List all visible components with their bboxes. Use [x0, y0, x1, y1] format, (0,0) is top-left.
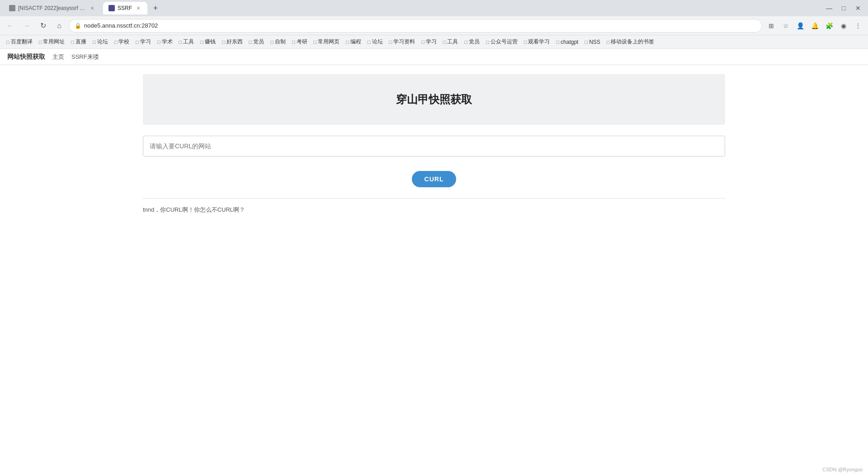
bookmark-kaoyan[interactable]: □ 考研 — [289, 37, 310, 47]
bookmark-label: 编程 — [350, 38, 361, 46]
bookmark-label: 学习 — [140, 38, 151, 46]
nav-right-icons: ⊞ ☆ 👤 🔔 🧩 ◉ ⋮ — [765, 19, 864, 32]
bookmark-luntan1[interactable]: □ 论坛 — [90, 37, 111, 47]
bookmark-changyong[interactable]: □ 常用网址 — [36, 37, 68, 47]
bookmark-label: 工具 — [183, 38, 194, 46]
tab-close-1[interactable]: × — [89, 5, 96, 12]
notification-icon[interactable]: 🔔 — [808, 19, 821, 32]
bookmark-label: 好东西 — [226, 38, 243, 46]
app-brand: 网站快照获取 — [7, 53, 45, 61]
bookmark-label: 百度翻译 — [11, 38, 33, 46]
bookmark-gongju1[interactable]: □ 工具 — [176, 37, 197, 47]
bookmark-label: 考研 — [297, 38, 307, 46]
bookmark-favicon: □ — [6, 39, 9, 45]
tab-ssrf[interactable]: SSRF × — [103, 2, 147, 14]
bookmark-label: 党员 — [469, 38, 480, 46]
bookmark-label: 学习 — [426, 38, 437, 46]
tab-bar: [NISACTF 2022]easyssrf | NS... × SSRF × … — [4, 2, 821, 14]
bookmark-label: 常用网页 — [318, 38, 340, 46]
back-button[interactable]: ← — [4, 19, 17, 33]
bookmark-xuexi1[interactable]: □ 学习 — [133, 37, 154, 47]
bookmark-label: 公众号运营 — [491, 38, 518, 46]
app-navbar: 网站快照获取 主页 SSRF来喽 — [0, 49, 868, 65]
browser-window: [NISACTF 2022]easyssrf | NS... × SSRF × … — [0, 0, 868, 474]
extensions-puzzle-icon[interactable]: 🧩 — [823, 19, 835, 32]
extensions-icon[interactable]: ⊞ — [765, 19, 778, 32]
profile-avatar[interactable]: 👤 — [794, 19, 807, 32]
lock-icon: 🔒 — [75, 23, 81, 29]
bookmark-zhuanqian[interactable]: □ 赚钱 — [198, 37, 218, 47]
tab-title-2: SSRF — [118, 5, 132, 11]
bookmark-label: 自制 — [275, 38, 286, 46]
bookmark-label: 赚钱 — [205, 38, 216, 46]
message-text: tnnd，你CURL啊！你怎么不CURL啊？ — [143, 206, 725, 214]
bookmark-baidu-fanyi[interactable]: □ 百度翻译 — [4, 37, 35, 47]
bookmark-gongju2[interactable]: □ 工具 — [440, 37, 461, 47]
footer-credit: CSDN @Ryongso — [817, 465, 868, 474]
bookmark-xuexiao[interactable]: □ 学校 — [112, 37, 132, 47]
tab-close-2[interactable]: × — [135, 5, 142, 12]
bookmark-label: 直播 — [75, 38, 86, 46]
navigation-bar: ← → ↻ ⌂ 🔒 node5.anna.nssctf.cn:28702 ⊞ ☆… — [0, 16, 868, 35]
bookmark-label: 学校 — [118, 38, 129, 46]
bookmark-luntan2[interactable]: □ 论坛 — [365, 37, 386, 47]
bookmark-icon[interactable]: ☆ — [779, 19, 792, 32]
address-text: node5.anna.nssctf.cn:28702 — [84, 22, 756, 29]
bookmark-changyongwangye[interactable]: □ 常用网页 — [311, 37, 343, 47]
bookmark-dangyuan1[interactable]: □ 党员 — [246, 37, 267, 47]
title-bar: [NISACTF 2022]easyssrf | NS... × SSRF × … — [0, 0, 868, 16]
tab-nisactf[interactable]: [NISACTF 2022]easyssrf | NS... × — [4, 2, 101, 14]
bookmark-label: 常用网址 — [43, 38, 65, 46]
tab-title-1: [NISACTF 2022]easyssrf | NS... — [18, 5, 86, 11]
bookmark-biancheng[interactable]: □ 编程 — [343, 37, 364, 47]
bookmark-label: chatgpt — [561, 39, 578, 45]
form-section — [143, 136, 725, 156]
bookmark-xuexi2[interactable]: □ 学习 — [419, 37, 439, 47]
bookmark-mobile[interactable]: □ 移动设备上的书签 — [604, 37, 657, 47]
curl-button[interactable]: CURL — [412, 171, 457, 187]
bookmark-xueshu[interactable]: □ 学术 — [155, 37, 175, 47]
nav-link-home[interactable]: 主页 — [52, 53, 64, 61]
address-bar[interactable]: 🔒 node5.anna.nssctf.cn:28702 — [69, 19, 762, 33]
bookmark-label: NSS — [589, 39, 600, 45]
refresh-button[interactable]: ↻ — [36, 19, 50, 33]
bookmark-zhibo[interactable]: □ 直播 — [68, 37, 89, 47]
hero-section: 穿山甲快照获取 — [143, 74, 725, 125]
bookmark-gongzhonghao[interactable]: □ 公众号运营 — [483, 37, 520, 47]
bookmark-label: 观看学习 — [528, 38, 550, 46]
bookmark-label: 论坛 — [97, 38, 108, 46]
new-tab-button[interactable]: + — [149, 2, 162, 14]
nav-link-ssrf[interactable]: SSRF来喽 — [71, 53, 99, 61]
bookmark-label: 学习资料 — [393, 38, 415, 46]
window-controls: — □ ✕ — [823, 2, 864, 14]
bookmark-haodongxi[interactable]: □ 好东西 — [219, 37, 245, 47]
bookmark-label: 移动设备上的书签 — [611, 38, 654, 46]
bookmark-label: 工具 — [447, 38, 458, 46]
bookmark-dangyuan2[interactable]: □ 党员 — [462, 37, 482, 47]
bookmark-zizhi[interactable]: □ 自制 — [268, 37, 288, 47]
bookmark-guankangxuexi[interactable]: □ 观看学习 — [521, 37, 553, 47]
minimize-button[interactable]: — — [823, 2, 835, 14]
bookmark-chatgpt[interactable]: □ chatgpt — [553, 37, 581, 47]
forward-button[interactable]: → — [20, 19, 33, 33]
bookmark-nss[interactable]: □ NSS — [582, 37, 603, 47]
footer-text: CSDN @Ryongso — [822, 467, 863, 472]
bookmark-label: 论坛 — [372, 38, 383, 46]
bookmark-label: 党员 — [253, 38, 264, 46]
close-button[interactable]: ✕ — [852, 2, 864, 14]
curl-button-container: CURL — [0, 171, 868, 187]
user-profile-icon[interactable]: ◉ — [837, 19, 850, 32]
main-content: 穿山甲快照获取 CURL tnnd，你CURL啊！你怎么不CURL啊？ — [0, 65, 868, 382]
url-input[interactable] — [143, 136, 725, 156]
content-divider — [143, 198, 725, 199]
maximize-button[interactable]: □ — [837, 2, 850, 14]
hero-title: 穿山甲快照获取 — [152, 92, 716, 107]
bookmarks-bar: □ 百度翻译 □ 常用网址 □ 直播 □ 论坛 □ 学校 □ 学习 □ 学术 □ — [0, 35, 868, 49]
tab-favicon-1 — [9, 5, 15, 11]
more-menu-button[interactable]: ⋮ — [852, 19, 864, 32]
bookmark-label: 学术 — [162, 38, 173, 46]
bookmark-xuexiziliao[interactable]: □ 学习资料 — [387, 37, 418, 47]
tab-favicon-2 — [108, 5, 115, 11]
home-button[interactable]: ⌂ — [52, 19, 66, 33]
